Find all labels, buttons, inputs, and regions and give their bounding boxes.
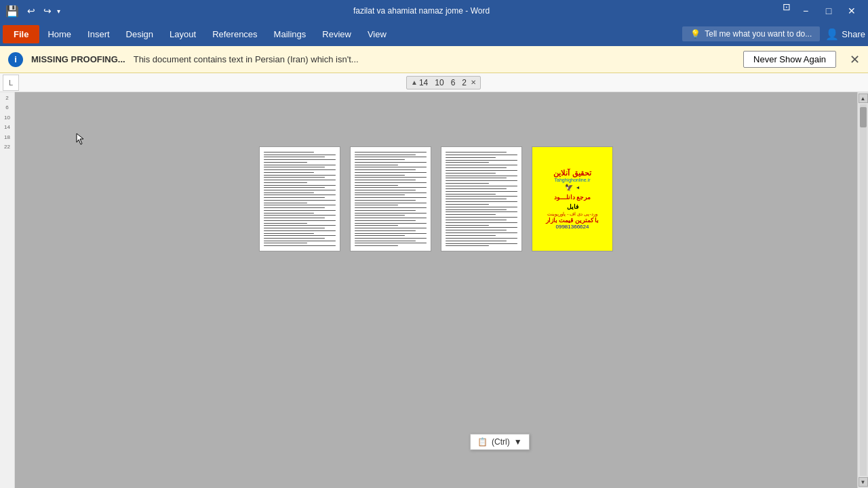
text-line	[264, 192, 314, 193]
text-line	[355, 159, 405, 160]
text-line	[355, 155, 416, 155]
menu-item-file[interactable]: File	[3, 25, 39, 43]
ctrl-popup[interactable]: 📋 (Ctrl) ▼	[470, 434, 530, 450]
text-line	[446, 165, 517, 165]
text-line	[446, 245, 489, 246]
text-line	[355, 203, 427, 203]
document-canvas[interactable]: تحقیق آنلاین Tahghighonline.ir 🦅 ◄ مرجع …	[15, 92, 857, 488]
text-line	[264, 157, 325, 157]
horizontal-ruler: L ▲ 14 10 6 2 ✕	[0, 73, 868, 92]
ruler-numbers: ▲ 14 10 6 2 ✕	[19, 76, 868, 89]
menu-item-view[interactable]: View	[359, 25, 395, 43]
text-line	[264, 245, 336, 246]
text-line	[446, 188, 507, 189]
text-line	[264, 200, 336, 201]
text-line	[264, 182, 307, 183]
ruler-close-btn[interactable]: ✕	[471, 79, 476, 86]
vertical-scrollbar[interactable]: ▲ ▼	[857, 92, 868, 488]
text-line	[264, 210, 336, 211]
text-line	[355, 210, 416, 211]
text-line	[264, 195, 336, 195]
ruler-num-14: 14	[419, 78, 428, 87]
text-line	[446, 178, 507, 178]
minimize-button[interactable]: −	[795, 1, 816, 20]
text-line	[446, 183, 489, 184]
menu-item-mailings[interactable]: Mailings	[266, 25, 315, 43]
text-line	[446, 199, 507, 199]
page-thumbnail-3[interactable]	[441, 146, 522, 251]
text-line	[355, 152, 427, 152]
tell-me-box[interactable]: 💡 Tell me what you want to do...	[682, 26, 820, 41]
text-line	[446, 194, 496, 195]
ruler-mark-18: 18	[4, 133, 10, 142]
text-line	[264, 155, 336, 155]
text-line	[446, 204, 489, 205]
text-line	[446, 222, 517, 223]
text-line	[446, 230, 507, 230]
text-line	[446, 225, 489, 226]
text-line	[264, 225, 336, 226]
maximize-button[interactable]: □	[818, 1, 840, 20]
text-line	[264, 238, 325, 239]
paste-icon: 📋	[477, 437, 488, 447]
ruler-mark-2: 2	[5, 94, 8, 103]
text-line	[446, 186, 517, 186]
scroll-track[interactable]	[860, 104, 867, 476]
ruler-num-6: 6	[451, 78, 456, 87]
text-line	[264, 223, 307, 224]
text-line	[264, 152, 314, 152]
page-thumbnail-4[interactable]: تحقیق آنلاین Tahghighonline.ir 🦅 ◄ مرجع …	[532, 146, 613, 251]
text-line	[446, 162, 489, 163]
page-thumbnail-2[interactable]	[350, 146, 431, 251]
menu-item-references[interactable]: References	[204, 25, 265, 43]
save-icon[interactable]: 💾	[5, 4, 19, 18]
ad-title: تحقیق آنلاین	[553, 169, 591, 178]
text-line	[264, 169, 336, 170]
text-line	[264, 197, 325, 198]
ruler-up-btn[interactable]: ▲	[411, 79, 418, 86]
page-thumbnail-1[interactable]	[259, 146, 340, 251]
menu-item-home[interactable]: Home	[39, 25, 79, 43]
undo-icon[interactable]: ↩	[24, 4, 38, 18]
notification-close-button[interactable]: ✕	[850, 52, 860, 67]
text-line	[264, 233, 314, 234]
info-icon: i	[8, 52, 23, 67]
text-line	[446, 220, 507, 220]
text-line	[355, 245, 398, 246]
text-line	[355, 190, 416, 190]
scroll-down-button[interactable]: ▼	[859, 477, 868, 487]
page-2-content	[351, 147, 431, 251]
scroll-thumb[interactable]	[860, 107, 867, 127]
menu-item-review[interactable]: Review	[314, 25, 359, 43]
text-line	[355, 182, 427, 183]
ad-items: ورد-پی دی اف - پاورپوینت	[547, 211, 597, 217]
close-button[interactable]: ✕	[841, 1, 863, 20]
share-button[interactable]: 👤 Share	[825, 28, 865, 41]
redo-icon[interactable]: ↪	[43, 5, 52, 16]
text-line	[446, 232, 517, 233]
text-line	[264, 213, 314, 214]
text-line	[446, 227, 517, 228]
never-show-again-button[interactable]: Never Show Again	[743, 51, 836, 68]
text-line	[355, 165, 398, 165]
menu-item-design[interactable]: Design	[118, 25, 161, 43]
text-line	[264, 172, 314, 173]
text-line	[355, 243, 427, 243]
info-icon-text: i	[14, 54, 17, 64]
ruler-tab[interactable]: L	[3, 75, 19, 91]
share-label: Share	[842, 29, 865, 39]
mouse-cursor	[76, 133, 84, 145]
text-line	[264, 228, 325, 228]
notification-title: MISSING PROOFING...	[31, 54, 125, 64]
menu-item-layout[interactable]: Layout	[161, 25, 204, 43]
text-line	[355, 220, 416, 221]
scroll-up-button[interactable]: ▲	[859, 94, 868, 103]
text-line	[446, 241, 507, 241]
main-area: 2 6 10 14 18 22	[0, 92, 868, 488]
text-line	[264, 159, 336, 160]
text-line	[446, 201, 517, 202]
ad-main-1: مرجع دانلـــود	[554, 194, 591, 201]
menu-item-insert[interactable]: Insert	[79, 25, 118, 43]
ad-subtitle: Tahghighonline.ir	[555, 178, 591, 182]
text-line	[264, 175, 336, 176]
